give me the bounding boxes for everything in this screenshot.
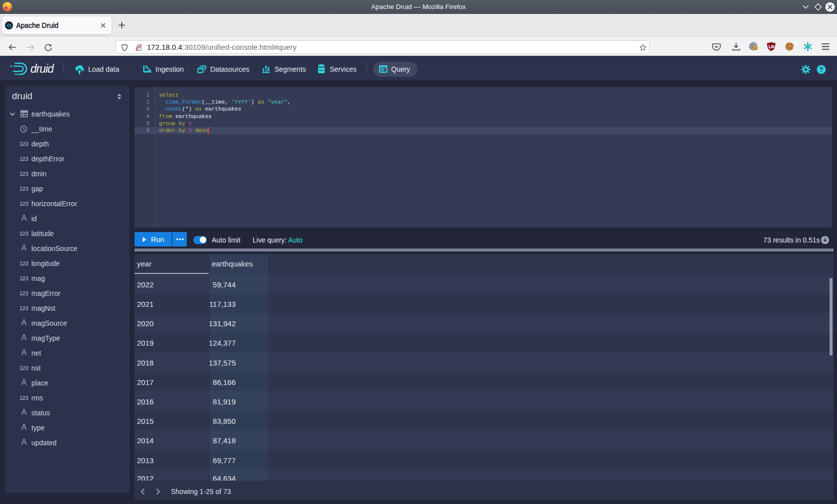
svg-text:?: ?	[820, 66, 824, 73]
